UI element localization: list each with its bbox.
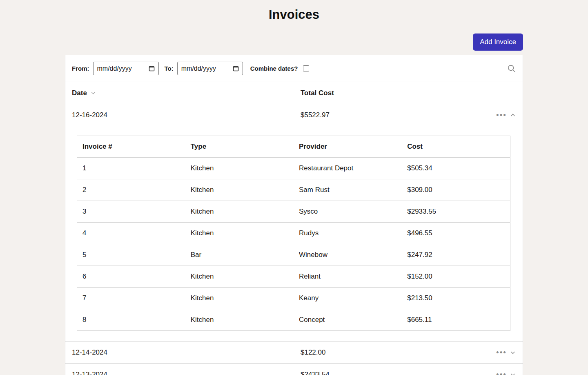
invoice-row[interactable]: 1KitchenRestaurant Depot$505.34 <box>77 158 510 179</box>
provider-cell: Restaurant Depot <box>294 158 402 179</box>
invoice-row[interactable]: 3KitchenSysco$2933.55 <box>77 201 510 223</box>
cost-header: Cost <box>402 136 510 158</box>
type-cell: Kitchen <box>185 288 294 309</box>
invoice-group: 12-16-2024$5522.97•••Invoice #TypeProvid… <box>65 104 523 341</box>
detail-header-row: Invoice #TypeProviderCost <box>77 136 510 158</box>
type-cell: Kitchen <box>185 223 294 244</box>
type-cell: Kitchen <box>185 201 294 223</box>
provider-cell: Rudys <box>294 223 402 244</box>
chevron-up-icon[interactable] <box>510 112 516 118</box>
invoice-row[interactable]: 8KitchenConcept$665.11 <box>77 309 510 331</box>
cost-cell: $665.11 <box>402 309 510 331</box>
search-icon <box>507 64 516 73</box>
cost-cell: $247.92 <box>402 244 510 266</box>
group-total-cost: $2433.54 <box>301 371 496 375</box>
cost-cell: $2933.55 <box>402 201 510 223</box>
add-invoice-button[interactable]: Add Invoice <box>473 33 523 51</box>
row-menu-icon[interactable]: ••• <box>496 371 507 375</box>
provider-cell: Reliant <box>294 266 402 288</box>
to-date-placeholder: mm/dd/yyyy <box>181 65 216 72</box>
invoice-number-header: Invoice # <box>77 136 185 158</box>
invoice-group-row[interactable]: 12-14-2024$122.00••• <box>65 342 523 363</box>
cost-cell: $213.50 <box>402 288 510 309</box>
invoice-number-cell: 8 <box>77 309 185 331</box>
from-date-placeholder: mm/dd/yyyy <box>97 65 132 72</box>
invoice-group: 12-13-2024$2433.54••• <box>65 363 523 375</box>
combine-dates-label: Combine dates? <box>250 65 298 72</box>
group-date: 12-16-2024 <box>72 111 301 119</box>
table-header-row: Date Total Cost <box>65 82 523 104</box>
invoice-row[interactable]: 4KitchenRudys$496.55 <box>77 223 510 244</box>
provider-cell: Sam Rust <box>294 179 402 201</box>
cost-cell: $496.55 <box>402 223 510 244</box>
toolbar: Add Invoice <box>65 33 523 51</box>
invoice-number-cell: 2 <box>77 179 185 201</box>
from-label: From: <box>72 65 89 72</box>
to-date-input[interactable]: mm/dd/yyyy <box>177 62 243 75</box>
provider-cell: Concept <box>294 309 402 331</box>
invoice-number-cell: 7 <box>77 288 185 309</box>
calendar-icon[interactable] <box>149 65 155 71</box>
invoice-number-cell: 6 <box>77 266 185 288</box>
group-date: 12-14-2024 <box>72 348 301 357</box>
row-menu-icon[interactable]: ••• <box>496 111 507 119</box>
group-total-cost: $5522.97 <box>301 111 496 119</box>
total-cost-column-header: Total Cost <box>301 89 516 97</box>
combine-dates-checkbox[interactable] <box>303 65 309 71</box>
type-cell: Bar <box>185 244 294 266</box>
page-title: Invoices <box>0 7 588 22</box>
invoice-row[interactable]: 2KitchenSam Rust$309.00 <box>77 179 510 201</box>
invoice-number-cell: 3 <box>77 201 185 223</box>
invoice-number-cell: 4 <box>77 223 185 244</box>
invoice-row[interactable]: 7KitchenKeany$213.50 <box>77 288 510 309</box>
invoice-number-cell: 5 <box>77 244 185 266</box>
provider-cell: Keany <box>294 288 402 309</box>
chevron-down-icon[interactable] <box>510 349 516 356</box>
provider-header: Provider <box>294 136 402 158</box>
invoice-detail-table: Invoice #TypeProviderCost1KitchenRestaur… <box>77 136 510 331</box>
cost-cell: $152.00 <box>402 266 510 288</box>
provider-cell: Sysco <box>294 201 402 223</box>
invoice-group-row[interactable]: 12-13-2024$2433.54••• <box>65 364 523 375</box>
type-cell: Kitchen <box>185 179 294 201</box>
from-date-input[interactable]: mm/dd/yyyy <box>93 62 159 75</box>
sort-chevron-down-icon <box>90 90 96 96</box>
search-button[interactable] <box>507 64 516 73</box>
invoice-detail-panel: Invoice #TypeProviderCost1KitchenRestaur… <box>65 126 523 341</box>
cost-cell: $309.00 <box>402 179 510 201</box>
invoice-number-cell: 1 <box>77 158 185 179</box>
to-label: To: <box>165 65 174 72</box>
filter-bar: From: mm/dd/yyyy To: mm/dd/yyyy Combine … <box>65 55 523 82</box>
type-cell: Kitchen <box>185 266 294 288</box>
group-total-cost: $122.00 <box>301 348 496 357</box>
cost-cell: $505.34 <box>402 158 510 179</box>
type-cell: Kitchen <box>185 158 294 179</box>
invoice-groups: 12-16-2024$5522.97•••Invoice #TypeProvid… <box>65 104 523 375</box>
invoice-group: 12-14-2024$122.00••• <box>65 341 523 363</box>
invoice-group-row[interactable]: 12-16-2024$5522.97••• <box>65 104 523 126</box>
invoice-row[interactable]: 6KitchenReliant$152.00 <box>77 266 510 288</box>
type-cell: Kitchen <box>185 309 294 331</box>
group-date: 12-13-2024 <box>72 371 301 375</box>
date-header-label: Date <box>72 89 87 97</box>
invoices-panel: From: mm/dd/yyyy To: mm/dd/yyyy Combine … <box>65 55 523 375</box>
chevron-down-icon[interactable] <box>510 371 516 375</box>
date-column-header[interactable]: Date <box>72 89 301 97</box>
invoice-row[interactable]: 5BarWinebow$247.92 <box>77 244 510 266</box>
provider-cell: Winebow <box>294 244 402 266</box>
row-menu-icon[interactable]: ••• <box>496 348 507 356</box>
calendar-icon[interactable] <box>233 65 239 71</box>
type-header: Type <box>185 136 294 158</box>
